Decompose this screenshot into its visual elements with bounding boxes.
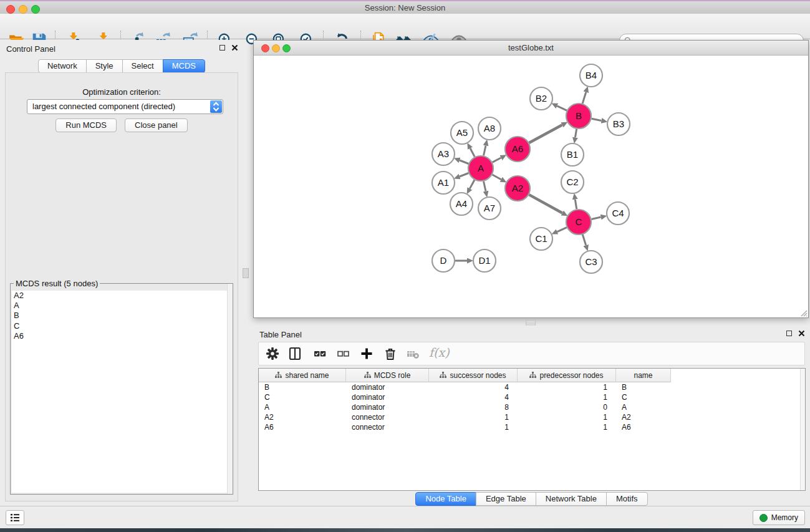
float-panel-icon[interactable] xyxy=(219,45,225,51)
column-header-predecessor-nodes[interactable]: predecessor nodes xyxy=(518,369,616,382)
edge-C-C2[interactable] xyxy=(575,200,576,210)
edge-A-A7[interactable] xyxy=(483,181,486,191)
cell-mcds_role[interactable]: dominator xyxy=(346,382,429,392)
node-A-dominator[interactable]: A xyxy=(468,156,493,181)
network-window-titlebar[interactable]: testGlobe.txt xyxy=(254,41,808,56)
node-C3[interactable]: C3 xyxy=(580,251,602,273)
table-settings-gear-icon[interactable] xyxy=(265,346,280,361)
cell-successor[interactable]: 4 xyxy=(429,392,518,402)
edge-A-A6[interactable] xyxy=(493,158,501,162)
app-titlebar[interactable]: Session: New Session xyxy=(0,0,810,14)
tab-select[interactable]: Select xyxy=(122,59,163,73)
cell-successor[interactable]: 4 xyxy=(429,382,518,392)
node-D1[interactable]: D1 xyxy=(473,249,496,272)
float-panel-icon[interactable] xyxy=(786,331,792,336)
column-header-name[interactable]: name xyxy=(616,369,671,382)
cell-successor[interactable]: 1 xyxy=(429,422,518,432)
tab-node-table[interactable]: Node Table xyxy=(415,492,476,506)
close-panel-icon[interactable] xyxy=(798,330,805,337)
cell-shared_name[interactable]: A2 xyxy=(259,412,346,422)
cell-shared_name[interactable]: A xyxy=(259,402,346,412)
deselect-all-icon[interactable] xyxy=(335,346,350,361)
table-row[interactable]: Bdominator41B xyxy=(259,382,805,392)
edge-A-A1[interactable] xyxy=(460,173,468,177)
node-B3[interactable]: B3 xyxy=(607,113,630,135)
edge-A-A4[interactable] xyxy=(470,180,475,188)
cell-predecessor[interactable]: 0 xyxy=(518,402,616,412)
delete-table-icon[interactable] xyxy=(406,346,421,361)
edge-C-C3[interactable] xyxy=(582,235,586,245)
tab-edge-table[interactable]: Edge Table xyxy=(476,492,536,506)
mcds-result-item[interactable]: A6 xyxy=(12,331,231,341)
vertical-splitter-handle[interactable] xyxy=(243,268,249,278)
cell-mcds_role[interactable]: connector xyxy=(346,422,429,432)
node-C2[interactable]: C2 xyxy=(561,171,584,193)
table-scrollbar[interactable] xyxy=(800,369,805,490)
mcds-result-item[interactable]: B xyxy=(12,311,231,321)
cell-mcds_role[interactable]: connector xyxy=(346,412,429,422)
table-row[interactable]: Cdominator41C xyxy=(259,392,805,402)
tab-mcds[interactable]: MCDS xyxy=(163,59,205,73)
mcds-result-item[interactable]: A xyxy=(12,301,231,311)
memory-button[interactable]: Memory xyxy=(753,510,805,525)
table-row[interactable]: Adominator80A xyxy=(259,402,805,412)
edge-B-B3[interactable] xyxy=(592,118,602,120)
close-panel-icon[interactable] xyxy=(231,44,238,51)
cell-name[interactable]: A xyxy=(616,402,671,412)
column-header-successor-nodes[interactable]: successor nodes xyxy=(429,369,518,382)
node-C4[interactable]: C4 xyxy=(607,202,629,225)
edge-A-A8[interactable] xyxy=(483,145,486,155)
column-visibility-icon[interactable] xyxy=(287,346,302,361)
result-list-scrollbar[interactable] xyxy=(227,284,233,494)
optimization-criterion-select[interactable]: largest connected component (directed) xyxy=(27,99,223,114)
cell-shared_name[interactable]: B xyxy=(259,382,346,392)
tab-network-table[interactable]: Network Table xyxy=(536,492,607,506)
node-A8[interactable]: A8 xyxy=(478,117,501,140)
mcds-result-item[interactable]: A2 xyxy=(12,291,231,301)
node-C-dominator[interactable]: C xyxy=(566,210,591,235)
tab-style[interactable]: Style xyxy=(86,59,123,73)
cell-predecessor[interactable]: 1 xyxy=(518,392,616,402)
edge-C-C1[interactable] xyxy=(557,228,567,232)
cell-shared_name[interactable]: A6 xyxy=(259,422,346,432)
node-B-dominator[interactable]: B xyxy=(566,104,591,128)
node-C1[interactable]: C1 xyxy=(530,228,552,250)
edge-B-B1[interactable] xyxy=(575,129,576,138)
column-header-mcds-role[interactable]: MCDS role xyxy=(346,369,429,382)
window-resize-grip[interactable] xyxy=(799,308,808,317)
cell-predecessor[interactable]: 1 xyxy=(518,412,616,422)
create-column-plus-icon[interactable] xyxy=(359,346,374,361)
node-A4[interactable]: A4 xyxy=(450,193,473,215)
column-header-shared-name[interactable]: shared name xyxy=(259,369,346,382)
edge-A6-B[interactable] xyxy=(529,125,562,143)
select-all-icon[interactable] xyxy=(312,346,327,361)
tab-network[interactable]: Network xyxy=(38,59,87,73)
show-task-history-button[interactable] xyxy=(6,510,24,525)
table-row[interactable]: A2connector11A2 xyxy=(259,412,805,422)
edge-B-B4[interactable] xyxy=(582,92,586,104)
cell-name[interactable]: C xyxy=(616,392,671,402)
node-A7[interactable]: A7 xyxy=(478,197,501,220)
delete-column-trash-icon[interactable] xyxy=(383,346,398,361)
cell-name[interactable]: A6 xyxy=(616,422,671,432)
edge-A-A2[interactable] xyxy=(492,175,501,180)
node-table[interactable]: shared nameMCDS rolesuccessor nodesprede… xyxy=(258,368,806,491)
edge-A2-C[interactable] xyxy=(529,195,562,213)
edge-C-C4[interactable] xyxy=(591,217,600,219)
node-A2-dominator[interactable]: A2 xyxy=(505,176,530,201)
cell-name[interactable]: A2 xyxy=(616,412,671,422)
node-B2[interactable]: B2 xyxy=(530,87,552,110)
close-panel-button[interactable]: Close panel xyxy=(125,118,188,132)
run-mcds-button[interactable]: Run MCDS xyxy=(55,118,117,132)
cell-predecessor[interactable]: 1 xyxy=(518,382,616,392)
node-A3[interactable]: A3 xyxy=(432,143,455,165)
node-B1[interactable]: B1 xyxy=(561,143,584,166)
cell-successor[interactable]: 8 xyxy=(429,402,518,412)
cell-mcds_role[interactable]: dominator xyxy=(346,392,429,402)
table-row[interactable]: A6connector11A6 xyxy=(259,422,805,432)
node-D[interactable]: D xyxy=(432,249,455,272)
edge-A-A3[interactable] xyxy=(460,160,468,163)
function-builder-icon[interactable]: f(x) xyxy=(429,346,450,359)
mcds-result-item[interactable]: C xyxy=(12,321,231,331)
edge-A-A5[interactable] xyxy=(470,148,475,157)
